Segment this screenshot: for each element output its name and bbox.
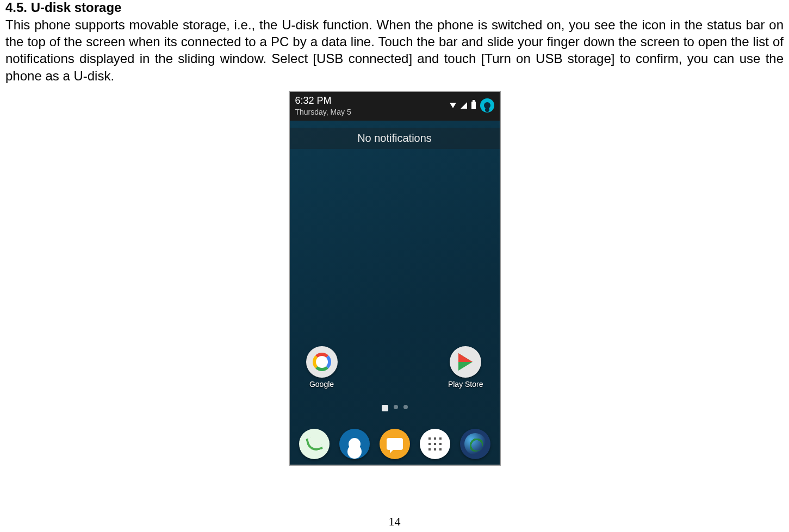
app-label-play-store: Play Store	[448, 380, 483, 389]
no-notifications-label: No notifications	[290, 128, 500, 149]
page-indicator[interactable]	[290, 405, 500, 411]
battery-icon	[471, 102, 476, 109]
status-date: Thursday, May 5	[295, 108, 351, 116]
dock	[290, 429, 500, 459]
section-body: This phone supports movable storage, i.e…	[5, 16, 784, 84]
screenshot-figure: 6:32 PM Thursday, May 5 No notifications…	[5, 91, 784, 466]
app-grid-icon	[427, 436, 443, 452]
dock-phone-app[interactable]	[299, 429, 330, 459]
expand-icon	[450, 103, 456, 108]
page-dot-icon	[403, 405, 408, 409]
dock-browser-app[interactable]	[460, 429, 490, 459]
app-label-google: Google	[309, 380, 334, 389]
dock-messaging-app[interactable]	[380, 429, 410, 459]
globe-icon	[464, 433, 486, 455]
status-time: 6:32 PM	[295, 95, 351, 107]
dock-app-drawer[interactable]	[420, 429, 450, 459]
message-icon	[387, 438, 403, 450]
play-store-icon	[450, 346, 481, 378]
app-google[interactable]: Google	[306, 346, 338, 389]
user-avatar-icon[interactable]	[480, 98, 494, 112]
signal-icon	[461, 102, 467, 109]
home-page-dot-icon	[382, 405, 388, 411]
page-number: 14	[0, 515, 789, 529]
google-icon	[306, 346, 338, 378]
app-play-store[interactable]: Play Store	[448, 346, 483, 389]
phone-icon	[306, 435, 323, 453]
phone-screenshot: 6:32 PM Thursday, May 5 No notifications…	[289, 91, 501, 466]
contacts-icon	[349, 438, 361, 450]
section-heading: 4.5. U-disk storage	[5, 0, 784, 15]
notification-panel[interactable]: 6:32 PM Thursday, May 5	[290, 92, 500, 121]
dock-contacts-app[interactable]	[339, 429, 370, 459]
page-dot-icon	[394, 405, 398, 409]
